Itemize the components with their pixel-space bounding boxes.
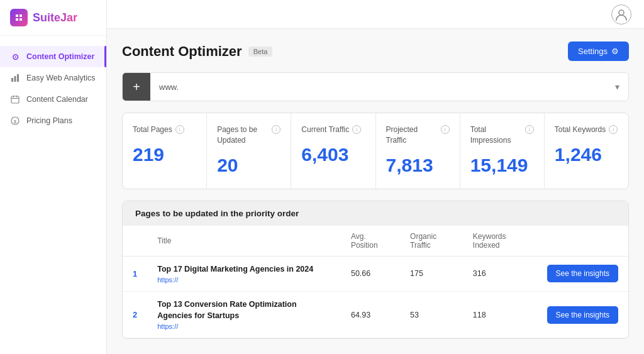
sidebar-item-label: Easy Web Analytics xyxy=(26,74,96,82)
row-title-cell: Top 13 Conversion Rate Optimization Agen… xyxy=(147,292,341,338)
row-keywords-indexed: 118 xyxy=(463,292,537,338)
priority-section: Pages to be updated in the priority orde… xyxy=(122,201,629,340)
svg-rect-0 xyxy=(11,78,13,82)
add-url-button[interactable]: + xyxy=(123,73,150,101)
logo-area: SuiteJar xyxy=(0,0,106,36)
settings-label: Settings xyxy=(578,47,608,56)
stat-label: Pages to be Updated i xyxy=(217,124,280,146)
stat-value: 20 xyxy=(217,155,280,176)
row-page-url: https:// xyxy=(157,276,331,284)
page-header: Content Optimizer Beta Settings ⚙ xyxy=(122,41,629,61)
svg-point-9 xyxy=(619,10,624,15)
info-icon: i xyxy=(175,125,184,134)
page-title-row: Content Optimizer Beta xyxy=(122,43,272,60)
stat-label: Total Pages i xyxy=(133,124,196,135)
info-icon: i xyxy=(525,125,534,134)
sidebar-item-label: Pricing Plans xyxy=(26,116,72,125)
sidebar-item-content-optimizer[interactable]: ⊙ Content Optimizer xyxy=(0,46,106,67)
url-bar: + ▾ xyxy=(122,72,629,101)
svg-rect-2 xyxy=(17,74,19,82)
row-page-title: Top 17 Digital Marketing Agencies in 202… xyxy=(157,264,331,275)
see-insights-button[interactable]: See the insights xyxy=(547,306,618,324)
stat-label: Total Impressions i xyxy=(470,124,534,146)
stat-value: 219 xyxy=(133,144,196,165)
stat-label: Current Traffic i xyxy=(301,124,365,135)
stat-value: 15,149 xyxy=(470,155,534,176)
topbar xyxy=(107,0,644,29)
row-organic-traffic: 53 xyxy=(400,292,463,338)
stat-card-pages-to-update: Pages to be Updated i 20 xyxy=(207,113,291,189)
stat-card-total-pages: Total Pages i 219 xyxy=(123,113,207,189)
row-title-cell: Top 17 Digital Marketing Agencies in 202… xyxy=(147,256,341,292)
analytics-icon xyxy=(10,73,20,83)
table-row: 1 Top 17 Digital Marketing Agencies in 2… xyxy=(123,256,628,292)
page-title: Content Optimizer xyxy=(122,43,242,60)
logo-icon xyxy=(10,9,28,26)
stat-value: 1,246 xyxy=(555,144,618,165)
stat-card-projected-traffic: Projected Traffic i 7,813 xyxy=(376,113,460,189)
app-name: SuiteJar xyxy=(33,11,77,25)
row-num: 2 xyxy=(123,292,147,338)
col-title: Title xyxy=(147,226,341,257)
info-icon: i xyxy=(609,125,618,134)
info-icon: i xyxy=(441,125,450,134)
col-organic-traffic: Organic Traffic xyxy=(400,226,463,257)
plus-icon: + xyxy=(133,80,140,94)
settings-button[interactable]: Settings ⚙ xyxy=(568,41,629,61)
stat-label: Total Keywords i xyxy=(555,124,618,135)
sidebar-item-pricing-plans[interactable]: $ Pricing Plans xyxy=(0,110,106,131)
pricing-icon: $ xyxy=(10,116,20,126)
info-icon: i xyxy=(352,125,361,134)
sidebar-item-content-calendar[interactable]: Content Calendar xyxy=(0,89,106,110)
stat-value: 7,813 xyxy=(386,155,450,176)
priority-section-title: Pages to be updated in the priority orde… xyxy=(123,201,628,226)
sidebar-item-easy-web-analytics[interactable]: Easy Web Analytics xyxy=(0,67,106,89)
beta-badge: Beta xyxy=(248,47,273,57)
row-page-title: Top 13 Conversion Rate Optimization Agen… xyxy=(157,299,331,321)
table-header-row: Title Avg. Position Organic Traffic Keyw… xyxy=(123,226,628,257)
see-insights-button[interactable]: See the insights xyxy=(547,265,618,282)
col-avg-position: Avg. Position xyxy=(341,226,400,257)
stat-card-current-traffic: Current Traffic i 6,403 xyxy=(291,113,375,189)
sidebar-item-label: Content Calendar xyxy=(26,95,88,104)
info-icon: i xyxy=(272,125,280,134)
col-keywords-indexed: Keywords Indexed xyxy=(463,226,537,257)
row-keywords-indexed: 316 xyxy=(463,256,537,292)
calendar-icon xyxy=(10,94,20,104)
row-action: See the insights xyxy=(537,256,628,292)
priority-table: Title Avg. Position Organic Traffic Keyw… xyxy=(123,226,628,339)
stat-card-total-keywords: Total Keywords i 1,246 xyxy=(545,113,628,189)
main-content: Content Optimizer Beta Settings ⚙ + ▾ To… xyxy=(107,0,644,354)
table-row: 2 Top 13 Conversion Rate Optimization Ag… xyxy=(123,292,628,338)
svg-text:$: $ xyxy=(14,119,16,124)
stats-row: Total Pages i 219 Pages to be Updated i … xyxy=(122,113,629,189)
sidebar-item-label: Content Optimizer xyxy=(26,52,94,61)
row-action: See the insights xyxy=(537,292,628,338)
col-action xyxy=(537,226,628,257)
row-num: 1 xyxy=(123,256,147,292)
svg-rect-1 xyxy=(14,76,16,82)
row-avg-position: 64.93 xyxy=(341,292,400,338)
row-organic-traffic: 175 xyxy=(400,256,463,292)
content-optimizer-icon: ⊙ xyxy=(10,52,20,62)
svg-rect-3 xyxy=(11,96,19,103)
stat-card-total-impressions: Total Impressions i 15,149 xyxy=(460,113,545,189)
settings-gear-icon: ⚙ xyxy=(611,47,619,56)
col-num xyxy=(123,226,147,257)
nav-menu: ⊙ Content Optimizer Easy Web Analytics xyxy=(0,36,106,354)
sidebar: SuiteJar ⊙ Content Optimizer Easy Web An… xyxy=(0,0,107,354)
user-avatar[interactable] xyxy=(611,4,631,25)
url-input[interactable] xyxy=(150,76,606,98)
stat-label: Projected Traffic i xyxy=(386,124,450,146)
priority-table-container: Title Avg. Position Organic Traffic Keyw… xyxy=(123,226,628,339)
content-area: Content Optimizer Beta Settings ⚙ + ▾ To… xyxy=(107,29,644,354)
stat-value: 6,403 xyxy=(301,144,365,165)
chevron-down-icon: ▾ xyxy=(606,82,628,92)
row-page-url: https:// xyxy=(157,323,331,330)
row-avg-position: 50.66 xyxy=(341,256,400,292)
